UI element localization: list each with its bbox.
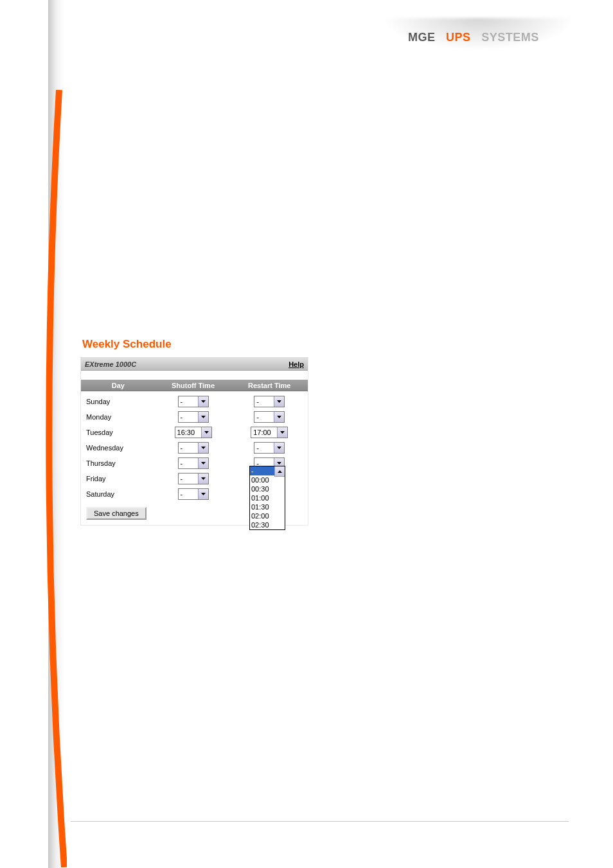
list-item[interactable]: 02:00	[250, 511, 285, 520]
chevron-down-icon	[274, 443, 284, 453]
list-item[interactable]: 01:00	[250, 493, 285, 502]
restart-select-sunday[interactable]: -	[254, 396, 285, 407]
list-item[interactable]: 01:30	[250, 502, 285, 511]
shutoff-select-monday[interactable]: -	[178, 411, 209, 423]
svg-marker-2	[201, 416, 206, 418]
svg-marker-12	[201, 493, 206, 495]
shutoff-value: -	[181, 413, 183, 421]
restart-value: -	[256, 398, 259, 405]
chevron-down-icon	[201, 427, 211, 438]
day-label: Friday	[81, 475, 155, 483]
chevron-up-icon[interactable]	[274, 466, 285, 477]
col-restart: Restart Time	[231, 380, 308, 391]
svg-marker-9	[277, 462, 281, 465]
chevron-down-icon	[198, 443, 208, 453]
table-row: Wednesday - -	[81, 440, 308, 456]
chevron-down-icon	[198, 474, 208, 484]
day-label: Tuesday	[81, 429, 155, 436]
horizontal-rule	[71, 821, 569, 822]
day-label: Thursday	[81, 459, 155, 467]
schedule-panel: EXtreme 1000C Help Day Shutoff Time Rest…	[80, 357, 308, 526]
chevron-down-icon	[198, 396, 208, 407]
chevron-down-icon	[198, 489, 208, 499]
restart-value: 17:00	[253, 429, 271, 436]
restart-select-wednesday[interactable]: -	[254, 442, 285, 454]
panel-header: EXtreme 1000C Help	[81, 358, 308, 371]
table-row: Monday - -	[81, 409, 308, 425]
restart-options-listbox[interactable]: - 00:00 00:30 01:00 01:30 02:00 02:30	[249, 466, 285, 530]
chevron-down-icon	[198, 458, 208, 468]
chevron-down-icon	[274, 412, 284, 422]
col-shutoff: Shutoff Time	[155, 380, 231, 391]
chevron-down-icon	[198, 412, 208, 422]
list-item[interactable]: 02:30	[250, 520, 285, 529]
shutoff-select-saturday[interactable]: -	[178, 488, 209, 500]
page-title: Weekly Schedule	[82, 338, 172, 351]
orange-curve-decoration	[33, 90, 67, 867]
device-name: EXtreme 1000C	[85, 360, 136, 368]
table-row: Tuesday 16:30 17:00	[81, 425, 308, 440]
restart-value: -	[256, 413, 259, 421]
shutoff-select-wednesday[interactable]: -	[178, 442, 209, 454]
shutoff-value: -	[181, 444, 183, 452]
brand-word-1: MGE	[408, 31, 436, 44]
chevron-down-icon	[277, 427, 287, 438]
shutoff-select-tuesday[interactable]: 16:30	[175, 427, 212, 438]
list-item[interactable]: 00:30	[250, 484, 285, 493]
restart-value: -	[256, 444, 259, 452]
day-label: Monday	[81, 413, 155, 421]
shutoff-select-sunday[interactable]: -	[178, 396, 209, 407]
svg-marker-7	[277, 447, 281, 449]
help-link[interactable]: Help	[289, 360, 304, 368]
shutoff-value: -	[181, 459, 183, 467]
brand-logo: MGE UPS SYSTEMS	[408, 31, 539, 44]
table-row: Sunday - -	[81, 394, 308, 409]
shutoff-select-friday[interactable]: -	[178, 473, 209, 484]
shutoff-value: -	[181, 490, 183, 498]
panel-body: Day Shutoff Time Restart Time Sunday - -…	[81, 380, 308, 525]
svg-marker-1	[277, 400, 281, 403]
shutoff-select-thursday[interactable]: -	[178, 457, 209, 469]
svg-marker-0	[201, 400, 206, 403]
svg-marker-8	[201, 462, 206, 465]
svg-marker-4	[204, 431, 209, 434]
shutoff-value: 16:30	[177, 429, 195, 436]
svg-marker-13	[278, 470, 282, 473]
svg-marker-10	[201, 477, 206, 480]
restart-select-tuesday[interactable]: 17:00	[251, 427, 288, 438]
list-item[interactable]: 00:00	[250, 475, 285, 484]
day-label: Sunday	[81, 398, 155, 405]
shutoff-value: -	[181, 475, 183, 483]
day-label: Saturday	[81, 490, 155, 498]
shutoff-value: -	[181, 398, 183, 405]
svg-marker-5	[280, 431, 285, 434]
svg-marker-3	[277, 416, 281, 418]
brand-word-2: UPS	[446, 31, 471, 44]
brand-word-3: SYSTEMS	[481, 31, 539, 44]
save-button[interactable]: Save changes	[86, 507, 147, 520]
svg-marker-6	[201, 447, 206, 449]
chevron-down-icon	[274, 396, 284, 407]
col-day: Day	[81, 380, 155, 391]
table-header: Day Shutoff Time Restart Time	[81, 380, 308, 391]
day-label: Wednesday	[81, 444, 155, 452]
restart-select-monday[interactable]: -	[254, 411, 285, 423]
